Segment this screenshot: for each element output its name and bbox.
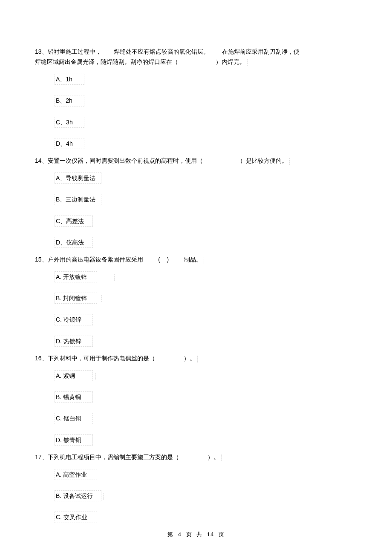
footer-prefix: 第 bbox=[167, 531, 173, 538]
question-14-options: A、导线测量法 B、三边测量法 C、高差法 D、仪高法 bbox=[34, 173, 358, 248]
q13-option-c: C、3h bbox=[55, 117, 84, 128]
question-15-stem: 15、户外用的高压电器设备紧固件应采用 ( ) 制品。 bbox=[34, 255, 358, 264]
question-13-options: A、1h B、2h C、3h D、4h bbox=[34, 74, 358, 150]
q16-stem-part-1: 16、下列材料中，可用于制作热电偶丝的是（ bbox=[34, 354, 156, 363]
question-17-options: A. 高空作业 B. 设备试运行 C. 交叉作业 bbox=[34, 469, 358, 523]
q14-option-a: A、导线测量法 bbox=[55, 173, 101, 184]
q15-stem-part-2: ( ) bbox=[157, 255, 170, 264]
page-footer: 第 4 页 共 14 页 bbox=[0, 530, 392, 539]
question-17-stem: 17、下列机电工程项目中，需编制主要施工方案的是（ ）。 bbox=[34, 452, 358, 462]
q13-stem-part-4: 焊缝区域露出金属光泽，随焊随刮。刮净的焊口应在（ bbox=[34, 58, 179, 65]
q14-stem-part-1: 14、安置一次仪器，同时需要测出数个前视点的高程时，使用（ bbox=[34, 157, 204, 164]
footer-page-current: 4 bbox=[178, 531, 182, 538]
q17-option-c: C. 交叉作业 bbox=[55, 512, 97, 523]
q17-stem-part-1: 17、下列机电工程项目中，需编制主要施工方案的是（ bbox=[34, 452, 180, 462]
q15-stem-part-1: 15、户外用的高压电器设备紧固件应采用 bbox=[34, 255, 144, 264]
q14-stem-part-2: ）是比较方便的。 bbox=[239, 157, 288, 164]
question-17: 17、下列机电工程项目中，需编制主要施工方案的是（ ）。 A. 高空作业 B. … bbox=[34, 452, 358, 523]
q17-option-b: B. 设备试运行 bbox=[55, 490, 101, 501]
q16-option-c: C. 锰白铜 bbox=[55, 413, 93, 424]
q17-option-a: A. 高空作业 bbox=[55, 469, 97, 480]
q15-option-a: A. 开放镀锌 bbox=[55, 271, 97, 282]
footer-mid1: 页 bbox=[186, 531, 192, 538]
q14-option-d: D、仪高法 bbox=[55, 237, 93, 248]
q15-stem-part-3: 制品。 bbox=[183, 255, 203, 264]
q13-stem-part-2: 焊缝处不应有熔点较高的氧化铅层。 bbox=[113, 48, 210, 55]
q14-option-c: C、高差法 bbox=[55, 216, 93, 227]
document-page: 13、铅衬里施工过程中， 焊缝处不应有熔点较高的氧化铅层。 在施焊前应采用刮刀刮… bbox=[0, 0, 392, 547]
footer-page-total: 14 bbox=[207, 531, 214, 538]
question-16-options: A. 紫铜 B. 锡黄铜 C. 锰白铜 D. 铍青铜 bbox=[34, 370, 358, 446]
q13-stem-part-5: ）内焊完。 bbox=[215, 58, 246, 65]
question-16: 16、下列材料中，可用于制作热电偶丝的是（ ）。 A. 紫铜 B. 锡黄铜 C.… bbox=[34, 354, 358, 446]
footer-suffix: 页 bbox=[219, 531, 225, 538]
q15-option-b: B. 封闭镀锌 bbox=[55, 293, 97, 304]
question-13: 13、铅衬里施工过程中， 焊缝处不应有熔点较高的氧化铅层。 在施焊前应采用刮刀刮… bbox=[34, 47, 358, 149]
q14-option-b: B、三边测量法 bbox=[55, 194, 101, 205]
q15-option-d: D. 热镀锌 bbox=[55, 336, 93, 347]
q16-option-b: B. 锡黄铜 bbox=[55, 391, 93, 403]
q16-stem-part-2: ）。 bbox=[183, 354, 196, 363]
question-16-stem: 16、下列材料中，可用于制作热电偶丝的是（ ）。 bbox=[34, 354, 358, 363]
q13-option-d: D、4h bbox=[55, 138, 84, 149]
q13-stem-part-1: 13、铅衬里施工过程中， bbox=[34, 48, 102, 55]
question-14-stem: 14、安置一次仪器，同时需要测出数个前视点的高程时，使用（ ）是比较方便的。 bbox=[34, 156, 358, 165]
q16-option-a: A. 紫铜 bbox=[55, 370, 93, 381]
q15-option-c: C. 冷镀锌 bbox=[55, 314, 93, 325]
question-15: 15、户外用的高压电器设备紧固件应采用 ( ) 制品。 A. 开放镀锌 B. 封… bbox=[34, 255, 358, 347]
q13-stem-part-3: 在施焊前应采用刮刀刮净，使 bbox=[221, 48, 300, 55]
footer-mid2: 共 bbox=[196, 531, 202, 538]
q16-option-d: D. 铍青铜 bbox=[55, 434, 93, 446]
q13-option-b: B、2h bbox=[55, 95, 84, 106]
q13-option-a: A、1h bbox=[55, 74, 84, 85]
question-15-options: A. 开放镀锌 B. 封闭镀锌 C. 冷镀锌 D. 热镀锌 bbox=[34, 271, 358, 347]
question-13-stem: 13、铅衬里施工过程中， 焊缝处不应有熔点较高的氧化铅层。 在施焊前应采用刮刀刮… bbox=[34, 47, 358, 67]
q17-stem-part-2: ）。 bbox=[207, 452, 220, 462]
question-14: 14、安置一次仪器，同时需要测出数个前视点的高程时，使用（ ）是比较方便的。 A… bbox=[34, 156, 358, 248]
